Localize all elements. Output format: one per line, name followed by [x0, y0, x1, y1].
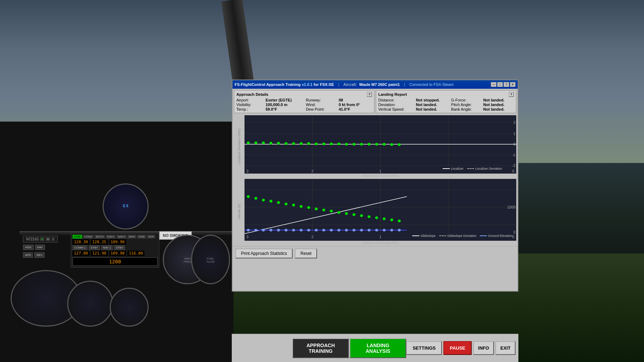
- comm1-label: COMM 1: [73, 245, 87, 250]
- dme-btn[interactable]: DME: [137, 235, 146, 239]
- connected-label: Connected to FSX-Steam: [409, 82, 454, 87]
- wind-label: Wind:: [306, 103, 337, 107]
- svg-text:1: 1: [513, 132, 516, 136]
- minimize-button[interactable]: —: [491, 82, 496, 87]
- svg-point-50: [254, 197, 258, 200]
- localizer-chart-svg: 2 1 0 -1 -2: [245, 115, 516, 174]
- svg-text:1: 1: [379, 169, 381, 173]
- svg-point-79: [315, 229, 318, 232]
- reset-button[interactable]: Reset: [295, 249, 317, 258]
- svg-point-90: [398, 229, 401, 232]
- rev-btn[interactable]: REV: [34, 252, 44, 258]
- svg-point-21: [300, 142, 303, 145]
- heading-indicator: E 6: [104, 185, 148, 208]
- svg-point-17: [269, 142, 272, 145]
- svg-point-52: [269, 200, 272, 203]
- approach-details-box: Approach Details ? Airport: Exeter (EGTE…: [234, 90, 374, 113]
- svg-point-70: [247, 229, 250, 232]
- info-button[interactable]: INFO: [473, 341, 494, 355]
- dew-point-value: 41.0°F: [339, 107, 372, 111]
- nav1-label: NAV 1: [101, 245, 113, 250]
- svg-point-66: [375, 216, 378, 219]
- chart1-legend: Localizer Localizer Deviation: [443, 167, 502, 170]
- glideslope-chart-svg: 1000 0: [245, 179, 516, 241]
- svg-point-59: [322, 209, 326, 211]
- loc-deviation-legend: Localizer Deviation: [475, 167, 502, 170]
- distance-value: Not stopped.: [416, 98, 449, 102]
- deviation-label: Deviation:: [378, 103, 414, 107]
- deviation-value: Not landed.: [416, 103, 449, 107]
- localizer-chart-container: Localizer Deviation (dots): [234, 115, 516, 177]
- pause-button[interactable]: PAUSE: [443, 341, 472, 355]
- close-button[interactable]: ✕: [510, 82, 516, 87]
- bank-value: Not landed.: [483, 107, 514, 111]
- svg-point-32: [383, 143, 386, 146]
- both-btn[interactable]: BOTH: [94, 235, 105, 239]
- svg-text:2: 2: [311, 169, 314, 173]
- svg-point-89: [390, 229, 393, 232]
- distance-label: Distance:: [378, 98, 414, 102]
- svg-point-88: [383, 229, 386, 232]
- svg-point-72: [262, 229, 265, 232]
- svg-text:3: 3: [246, 235, 248, 239]
- svg-point-57: [307, 206, 310, 209]
- nav1-btn[interactable]: NAV1: [106, 235, 116, 239]
- svg-point-83: [345, 229, 348, 232]
- svg-point-24: [322, 142, 326, 145]
- visibility-label: Visibility:: [236, 103, 263, 107]
- hdg-btn[interactable]: HDG: [23, 245, 34, 250]
- freq-display-2: 128.25: [91, 239, 108, 245]
- approach-training-tab[interactable]: APPROACH TRAINING: [292, 338, 349, 358]
- app-name-text: FS-FlightControl Approach Training: [235, 82, 301, 87]
- chart2-legend: Glideslope Glideslope Deviation Ground E…: [412, 234, 513, 238]
- svg-point-73: [269, 229, 272, 232]
- svg-point-82: [337, 229, 340, 232]
- svg-point-80: [322, 229, 326, 232]
- apr-btn[interactable]: APR: [23, 252, 33, 258]
- svg-point-62: [345, 212, 348, 215]
- com2-btn[interactable]: COM2: [83, 235, 94, 239]
- runway-label: Runway:: [306, 98, 337, 102]
- svg-point-67: [383, 217, 386, 220]
- temp-value: 59.0°F: [265, 107, 304, 111]
- vspeed-value: Not landed.: [416, 107, 449, 111]
- version-text: v1.0.1: [302, 82, 313, 87]
- exit-button[interactable]: EXIT: [495, 341, 516, 355]
- svg-point-78: [307, 229, 310, 232]
- nav2-btn[interactable]: NAV2: [116, 235, 126, 239]
- svg-point-64: [360, 214, 363, 217]
- svg-point-29: [360, 143, 363, 146]
- freq-display-7: 116.80: [127, 251, 144, 256]
- runway-value: 08: [339, 98, 372, 102]
- svg-point-68: [390, 218, 393, 221]
- adf-btn[interactable]: ADF: [147, 235, 155, 239]
- landing-analysis-tab[interactable]: LANDING ANALYSIS: [350, 338, 406, 358]
- approach-details-help[interactable]: ?: [367, 92, 372, 97]
- svg-text:3: 3: [246, 169, 248, 173]
- fuel-flow-gauge: FUELFLOW: [192, 236, 229, 263]
- settings-button[interactable]: SETTINGS: [406, 341, 442, 355]
- svg-point-20: [292, 142, 295, 145]
- svg-point-28: [352, 143, 356, 146]
- svg-point-71: [254, 229, 258, 232]
- svg-point-22: [307, 142, 310, 145]
- nav-btn[interactable]: NAV: [35, 245, 45, 250]
- com-btn[interactable]: COM: [73, 235, 82, 239]
- pitch-value: Not landed.: [483, 103, 514, 107]
- bottom-bar: APPROACH TRAINING LANDING ANALYSIS SETTI…: [232, 334, 518, 362]
- approach-details-title: Approach Details: [236, 92, 268, 97]
- svg-point-49: [247, 195, 250, 198]
- altitude-display: 1200: [109, 259, 121, 264]
- tab-buttons: APPROACH TRAINING LANDING ANALYSIS: [292, 338, 406, 358]
- maximize-button[interactable]: □: [497, 82, 503, 87]
- print-stats-button[interactable]: Print Approach Statistics: [235, 249, 293, 258]
- help-button[interactable]: ?: [504, 82, 509, 87]
- app-title: FS-FlightControl Approach Training v1.0.…: [235, 82, 334, 87]
- chart2-y-label: Altitude (ft): [237, 204, 241, 220]
- landing-report-help[interactable]: ?: [509, 92, 514, 97]
- aircraft-label: Aircraft:: [344, 82, 357, 87]
- freq-display-5: 121.90: [91, 251, 108, 256]
- mkr-btn[interactable]: MKR: [127, 235, 137, 239]
- svg-point-60: [330, 210, 333, 212]
- svg-point-23: [315, 142, 318, 145]
